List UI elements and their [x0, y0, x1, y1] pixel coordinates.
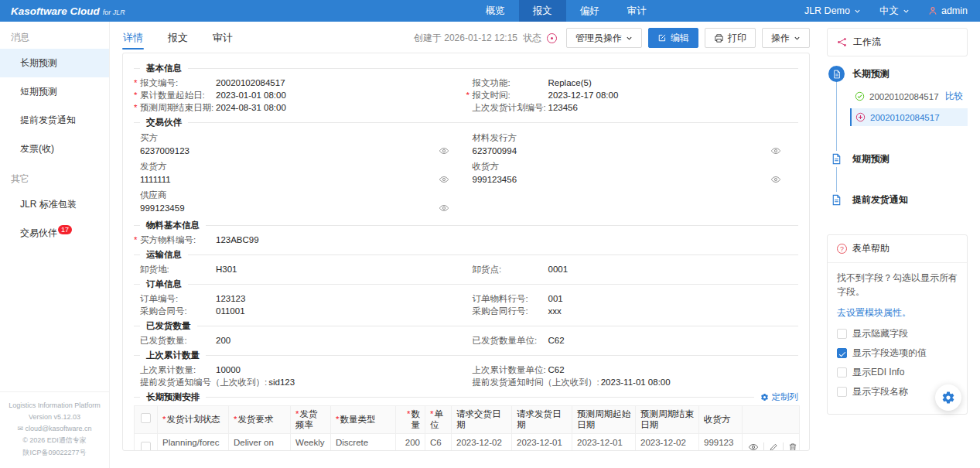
- sidebar-item[interactable]: 发票(收): [0, 135, 109, 163]
- help-option[interactable]: 显示字段选项的值: [837, 347, 958, 360]
- compare-link[interactable]: 比较: [945, 91, 963, 102]
- view-row-icon[interactable]: [747, 442, 760, 451]
- form-field: 订单编号:123123: [134, 292, 466, 305]
- table-cell: 200: [396, 433, 425, 451]
- select-all-checkbox[interactable]: [141, 413, 151, 423]
- tab[interactable]: 审计: [212, 25, 234, 51]
- form-field: 提前发货通知时间（上次收到）:2023-11-01 08:00: [466, 376, 799, 388]
- chevron-down-icon: [626, 35, 633, 42]
- admin-actions-button[interactable]: 管理员操作: [566, 28, 642, 48]
- nav-item[interactable]: 概览: [472, 0, 519, 22]
- table-cell: Discrete quantity(1): [331, 433, 396, 451]
- status-label: 状态: [523, 32, 541, 45]
- field-value: 2023-01-01 08:00: [214, 90, 286, 101]
- user-menu[interactable]: admin: [928, 5, 968, 16]
- checkbox[interactable]: [837, 367, 847, 377]
- workflow-step-label: 短期预测: [852, 152, 890, 166]
- workflow-entry[interactable]: 20020102084517: [850, 108, 968, 126]
- help-option-label: 显示字段名称: [852, 385, 908, 398]
- help-option-label: 显示字段选项的值: [852, 347, 927, 360]
- section-title: 订单信息: [146, 278, 182, 290]
- help-option[interactable]: 显示EDI Info: [837, 366, 958, 379]
- field-value: 1111111: [140, 174, 171, 185]
- sidebar-group: 其它JLR 标准包装交易伙伴17: [0, 163, 109, 248]
- form-field: *累计数量起始日:2023-01-01 08:00: [134, 89, 466, 101]
- section-title: 长期预测安排: [146, 391, 200, 403]
- more-actions-label: 操作: [771, 32, 790, 45]
- section-title: 物料基本信息: [146, 220, 200, 231]
- language-label: 中文: [879, 5, 899, 18]
- sidebar-item[interactable]: JLR 标准包装: [0, 190, 109, 219]
- brand-name: Kasoftware Cloud: [11, 5, 100, 17]
- sidebar-item[interactable]: 长期预测: [0, 49, 109, 77]
- tenant-label: JLR Demo: [804, 5, 850, 16]
- form-field: *买方物料编号:123ABC99: [134, 234, 466, 246]
- settings-fab[interactable]: [935, 384, 961, 411]
- workflow-title: 工作流: [853, 36, 881, 49]
- table-cell: 2023-12-01 08:00: [512, 433, 572, 451]
- edit-row-icon[interactable]: [768, 442, 779, 451]
- checkbox[interactable]: [837, 329, 847, 339]
- sidebar-item[interactable]: 短期预测: [0, 77, 109, 106]
- view-partner-icon[interactable]: [770, 174, 781, 185]
- check-circle-icon: [855, 91, 865, 101]
- field-label: 上次累计数量单位:: [466, 364, 547, 375]
- required-asterisk: *: [134, 90, 137, 101]
- help-title: 表单帮助: [852, 242, 890, 255]
- required-asterisk: *: [295, 409, 299, 418]
- main-content: 详情报文审计 创建于 2026-01-12 12:15 状态 管理员操作 编辑 …: [110, 22, 819, 468]
- language-selector[interactable]: 中文: [879, 5, 910, 18]
- forecast-schedule-table: *发货计划状态*发货要求*发货频率*数量类型*数量*单位请求交货日期请求发货日期…: [134, 405, 800, 451]
- field-value: 001: [547, 293, 563, 304]
- checkbox[interactable]: [837, 348, 847, 358]
- printer-icon: [714, 33, 724, 43]
- view-partner-icon[interactable]: [770, 145, 781, 156]
- nav-item[interactable]: 偏好: [566, 0, 613, 22]
- workflow-step[interactable]: 提前发货通知: [828, 192, 968, 208]
- print-button[interactable]: 打印: [705, 28, 756, 48]
- field-label: 采购合同行号:: [466, 306, 547, 316]
- help-header: 表单帮助: [828, 235, 967, 263]
- field-label: 订单物料行号:: [466, 293, 547, 304]
- required-asterisk: *: [134, 77, 137, 88]
- document-icon: [828, 151, 845, 167]
- view-partner-icon[interactable]: [439, 203, 449, 214]
- field-label: *报文时间:: [466, 90, 547, 101]
- row-checkbox[interactable]: [141, 442, 151, 451]
- field-value: H301: [214, 264, 237, 275]
- workflow-step[interactable]: 长期预测: [828, 66, 968, 82]
- nav-item[interactable]: 报文: [519, 0, 566, 22]
- form-field: 上次累计数量单位:C62: [466, 364, 799, 376]
- view-partner-icon[interactable]: [439, 174, 449, 185]
- sidebar-item[interactable]: 提前发货通知: [0, 106, 109, 135]
- sidebar-item[interactable]: 交易伙伴17: [0, 219, 109, 248]
- nav-right-cluster: JLR Demo 中文 admin: [804, 5, 968, 18]
- field-value: 10000: [214, 364, 241, 375]
- delete-row-icon[interactable]: [787, 442, 798, 451]
- partner-field: 收货方999123456: [466, 159, 799, 188]
- field-label: 发货方: [140, 161, 449, 174]
- customize-columns-link[interactable]: 定制列: [760, 391, 799, 403]
- field-value: 999123459: [140, 203, 185, 214]
- tab[interactable]: 详情: [122, 25, 144, 51]
- more-actions-button[interactable]: 操作: [762, 28, 810, 48]
- nav-item[interactable]: 审计: [613, 0, 661, 22]
- edit-button[interactable]: 编辑: [648, 28, 698, 48]
- detail-tabs: 详情报文审计: [122, 25, 234, 51]
- workflow-step[interactable]: 短期预测: [828, 151, 968, 167]
- message-id: 20020102084517: [869, 92, 941, 101]
- tab[interactable]: 报文: [167, 25, 189, 51]
- field-value: 123456: [547, 102, 578, 113]
- view-partner-icon[interactable]: [439, 145, 449, 156]
- checkbox[interactable]: [837, 387, 847, 397]
- column-header: 请求交货日期: [452, 406, 512, 434]
- workflow-icon: [837, 37, 847, 47]
- workflow-entry[interactable]: 20020102084517比较: [850, 87, 968, 106]
- help-option[interactable]: 显示隐藏字段: [837, 327, 958, 340]
- table-row: Planning/forecast(4)Deliver on date(DD)W…: [135, 433, 800, 451]
- field-label: 卸货地:: [134, 264, 214, 275]
- sidebar-group-title: 消息: [0, 22, 109, 49]
- message-id: 20020102084517: [870, 113, 963, 122]
- module-settings-link[interactable]: 去设置模块属性。: [837, 306, 958, 319]
- tenant-selector[interactable]: JLR Demo: [804, 5, 861, 16]
